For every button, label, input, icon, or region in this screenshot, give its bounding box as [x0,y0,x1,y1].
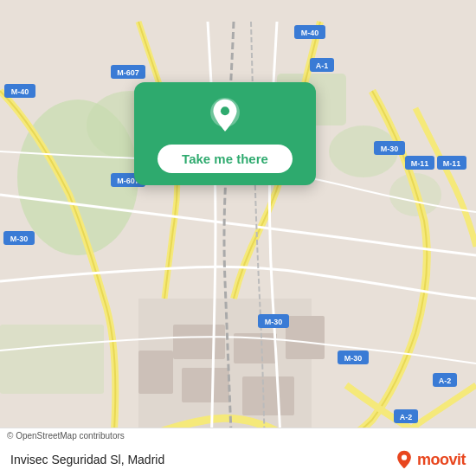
svg-rect-11 [138,351,173,394]
svg-rect-13 [242,376,294,415]
info-bar: Invisec Seguridad Sl, Madrid moovit [0,443,476,476]
svg-text:M-30: M-30 [381,145,399,153]
svg-text:M-11: M-11 [411,159,429,168]
svg-text:M-40: M-40 [301,29,319,37]
svg-rect-10 [286,316,325,359]
moovit-logo: moovit [395,450,466,469]
svg-text:M-30: M-30 [10,235,29,243]
svg-text:A-2: A-2 [400,413,413,421]
copyright-text: © OpenStreetMap contributors [7,431,125,441]
svg-rect-8 [173,325,225,359]
svg-point-45 [402,455,407,460]
map-container: M-40 M-30 M-607 M-607 A-1 A-1 M-30 M-11 … [0,0,476,476]
svg-point-44 [221,106,229,115]
svg-text:M-11: M-11 [443,159,461,168]
place-name: Invisec Seguridad Sl, Madrid [10,453,164,466]
svg-text:M-30: M-30 [344,354,363,363]
bottom-bar: © OpenStreetMap contributors Invisec Seg… [0,428,476,476]
popup-card: Take me there [134,82,316,185]
map-background: M-40 M-30 M-607 M-607 A-1 A-1 M-30 M-11 … [0,0,476,476]
svg-text:A-2: A-2 [439,376,452,385]
svg-rect-6 [0,325,104,394]
moovit-brand-text: moovit [417,451,466,469]
svg-text:M-40: M-40 [11,87,29,96]
svg-text:M-30: M-30 [265,318,283,326]
location-pin-icon [206,98,244,136]
moovit-pin-icon [395,450,414,469]
svg-rect-12 [182,368,229,402]
svg-text:M-607: M-607 [117,68,139,77]
svg-text:A-1: A-1 [316,61,329,70]
copyright-bar: © OpenStreetMap contributors [0,428,476,443]
take-me-there-button[interactable]: Take me there [158,145,293,173]
